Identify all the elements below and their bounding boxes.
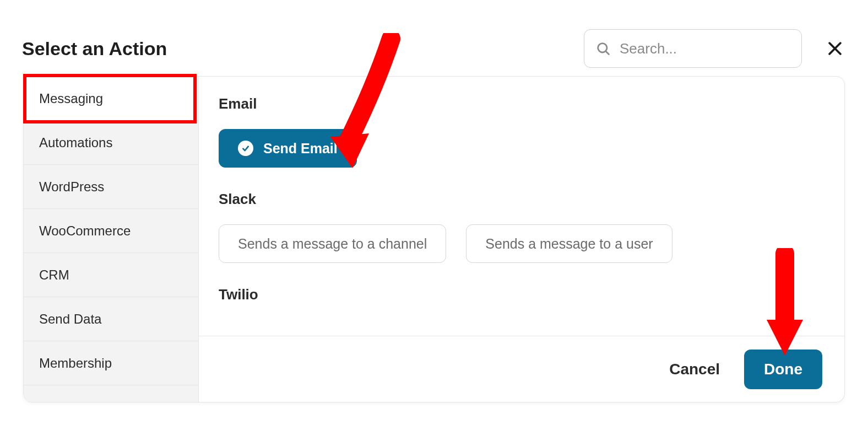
sidebar-item-messaging[interactable]: Messaging xyxy=(24,77,198,121)
action-chip-label: Sends a message to a channel xyxy=(238,236,427,252)
group-title: Email xyxy=(219,95,824,112)
content-area: EmailSend EmailSlackSends a message to a… xyxy=(199,77,844,402)
action-chip[interactable]: Send Email xyxy=(219,129,357,168)
search-input[interactable] xyxy=(620,40,799,57)
sidebar-item-automations[interactable]: Automations xyxy=(24,121,198,165)
search-icon xyxy=(595,41,611,56)
sidebar-item-membership[interactable]: Membership xyxy=(24,341,198,385)
action-chip-label: Sends a message to a user xyxy=(485,236,653,252)
modal-title: Select an Action xyxy=(22,38,167,60)
sidebar-item-label: Membership xyxy=(39,356,112,371)
action-selector-modal: MessagingAutomationsWordPressWooCommerce… xyxy=(23,76,845,402)
svg-line-1 xyxy=(606,51,609,54)
sidebar: MessagingAutomationsWordPressWooCommerce… xyxy=(24,77,199,402)
check-icon xyxy=(238,141,253,156)
group-title: Twilio xyxy=(219,286,824,303)
cancel-button[interactable]: Cancel xyxy=(669,361,720,378)
sidebar-item-send-data[interactable]: Send Data xyxy=(24,297,198,341)
sidebar-item-label: Send Data xyxy=(39,311,101,327)
sidebar-item-label: CRM xyxy=(39,267,69,283)
modal-footer: Cancel Done xyxy=(199,336,844,402)
sidebar-item-label: WordPress xyxy=(39,179,104,195)
close-icon xyxy=(826,39,844,58)
close-button[interactable] xyxy=(825,39,845,58)
done-button[interactable]: Done xyxy=(744,350,822,389)
sidebar-item-label: Automations xyxy=(39,135,112,150)
sidebar-item-crm[interactable]: CRM xyxy=(24,253,198,297)
search-box[interactable] xyxy=(584,29,802,68)
sidebar-item-woocommerce[interactable]: WooCommerce xyxy=(24,209,198,253)
sidebar-item-label: Messaging xyxy=(39,91,103,106)
action-chip[interactable]: Sends a message to a channel xyxy=(219,224,446,263)
action-chip-label: Send Email xyxy=(263,141,338,157)
sidebar-item-wordpress[interactable]: WordPress xyxy=(24,165,198,209)
group-title: Slack xyxy=(219,191,824,208)
action-chip[interactable]: Sends a message to a user xyxy=(466,224,672,263)
sidebar-item-label: WooCommerce xyxy=(39,223,131,239)
